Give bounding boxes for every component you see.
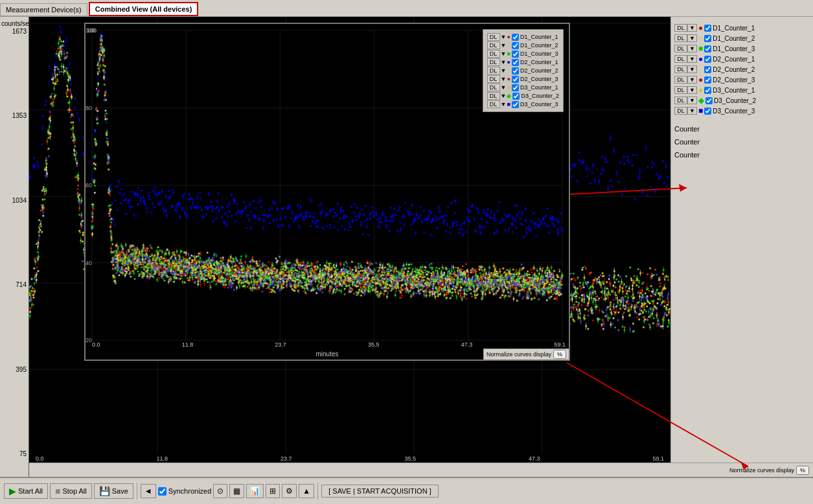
legend-dl-1[interactable]: DL xyxy=(674,34,687,42)
legend-check-1[interactable] xyxy=(704,35,711,42)
legend-check-7[interactable] xyxy=(705,97,713,104)
legend-name-7: D3_Counter_2 xyxy=(714,97,756,104)
normalize-btn[interactable]: % xyxy=(796,466,809,475)
legend-dd-0[interactable]: ▼ xyxy=(687,24,697,32)
legend-check-8[interactable] xyxy=(704,108,711,115)
tab-combined[interactable]: Combined View (All devices) xyxy=(89,2,199,16)
inset-check-2[interactable] xyxy=(512,51,519,58)
legend-row-5: DL ▼ ● D2_Counter_3 xyxy=(674,75,810,84)
inset-legend-row-2: DL ▼ ■ D1_Counter_3 xyxy=(487,50,559,58)
legend-check-5[interactable] xyxy=(704,76,711,84)
legend-dl-6[interactable]: DL xyxy=(674,86,687,94)
save-label: Save xyxy=(112,487,128,495)
tool-btn-1[interactable]: ⊙ xyxy=(213,484,227,498)
legend-dl-2[interactable]: DL xyxy=(674,45,687,52)
save-button[interactable]: 💾 Save xyxy=(94,483,133,499)
toolbar-sep-1 xyxy=(137,483,137,499)
inset-dl-1[interactable]: DL xyxy=(487,41,500,49)
legend-dd-4[interactable]: ▼ xyxy=(687,65,697,73)
legend-dl-5[interactable]: DL xyxy=(674,76,687,84)
legend-row-7: DL ▼ ◆ D3_Counter_2 xyxy=(674,96,810,105)
inset-dl-5[interactable]: DL xyxy=(487,75,500,83)
arrow-left-button[interactable]: ◄ xyxy=(141,484,156,498)
inset-check-0[interactable] xyxy=(512,34,519,41)
inset-legend-row-1: DL ▼ ○ D1_Counter_2 xyxy=(487,41,559,49)
tab-measurement[interactable]: Measurement Device(s) xyxy=(0,3,87,16)
legend-check-4[interactable] xyxy=(704,66,711,73)
legend-dd-7[interactable]: ▼ xyxy=(687,97,697,104)
x-tick-5: 59.1 xyxy=(652,455,664,462)
inset-normalize-btn[interactable]: % xyxy=(553,350,566,359)
synchronized-label[interactable]: Synchronized xyxy=(158,487,212,496)
start-all-button[interactable]: ▶ Start All xyxy=(4,483,48,499)
legend-dd-1[interactable]: ▼ xyxy=(687,34,697,42)
inset-check-7[interactable] xyxy=(512,93,520,100)
inset-normalize-bar: Normalize curves display % xyxy=(483,349,569,360)
settings-icon: ⚙ xyxy=(286,487,293,496)
legend-dl-4[interactable]: DL xyxy=(674,65,687,73)
inset-legend-row-5: DL ▼ ● D2_Counter_3 xyxy=(487,75,559,83)
stop-all-button[interactable]: ■ Stop All xyxy=(50,483,92,499)
inset-dl-7[interactable]: DL xyxy=(487,92,500,100)
tool-btn-5[interactable]: ⚙ xyxy=(282,484,297,498)
legend-dl-0[interactable]: DL xyxy=(674,24,687,32)
inset-dl-6[interactable]: DL xyxy=(487,84,500,91)
legend-dl-7[interactable]: DL xyxy=(674,97,687,104)
x-tick-4: 47.3 xyxy=(529,455,540,462)
inset-check-4[interactable] xyxy=(512,67,519,74)
inset-chart-window: 100 0.0 11.8 23.7 35.5 47.3 59.1 minutes… xyxy=(84,23,570,361)
inset-y-100: 100 xyxy=(87,27,97,34)
start-all-icon: ▶ xyxy=(9,486,16,496)
legend-name-8: D3_Counter_3 xyxy=(713,108,755,115)
legend-check-2[interactable] xyxy=(704,45,711,52)
legend-check-3[interactable] xyxy=(704,56,711,63)
legend-dd-2[interactable]: ▼ xyxy=(687,45,697,52)
tool-btn-6[interactable]: ▲ xyxy=(299,484,314,498)
y-tick-3: 1034 xyxy=(1,197,27,204)
synchronized-check[interactable] xyxy=(158,487,166,496)
toolbar-sep-2 xyxy=(317,483,318,499)
x-tick-0: 0.0 xyxy=(36,455,44,462)
inset-check-1[interactable] xyxy=(512,42,519,49)
inset-x-0: 0.0 xyxy=(92,341,100,348)
save-icon: 💾 xyxy=(99,486,110,496)
legend-name-3: D2_Counter_1 xyxy=(713,56,755,63)
inset-x-1: 11.8 xyxy=(182,341,194,348)
x-tick-1: 11.8 xyxy=(156,455,168,462)
legend-row-4: DL ▼ ○ D2_Counter_2 xyxy=(674,65,810,74)
legend-dl-8[interactable]: DL xyxy=(674,107,687,115)
inset-check-8[interactable] xyxy=(512,101,519,108)
arrow-left-icon: ◄ xyxy=(144,487,152,496)
inset-legend-name-6: D3_Counter_1 xyxy=(520,84,558,91)
y-tick-4: 714 xyxy=(1,281,27,288)
legend-check-0[interactable] xyxy=(704,25,711,32)
inset-dl-3[interactable]: DL xyxy=(487,58,500,66)
inset-legend-row-8: DL ▼ ■ D3_Counter_3 xyxy=(487,100,559,108)
main-page: Measurement Device(s) Combined View (All… xyxy=(0,0,813,504)
inset-dl-0[interactable]: DL xyxy=(487,33,500,41)
tool-btn-2[interactable]: ▦ xyxy=(229,484,244,498)
inset-dl-4[interactable]: DL xyxy=(487,67,500,74)
legend-dd-5[interactable]: ▼ xyxy=(687,76,697,84)
start-all-label: Start All xyxy=(18,487,43,495)
x-tick-3: 35.5 xyxy=(404,455,416,462)
y-tick-5: 395 xyxy=(1,366,27,373)
normalize-bar: Normalize curves display % xyxy=(29,463,813,477)
inset-legend-name-1: D1_Counter_2 xyxy=(520,42,558,49)
y-axis: counts/sec 1673 1353 1034 714 395 75 xyxy=(0,17,29,477)
legend-name-5: D2_Counter_3 xyxy=(713,76,755,84)
tool-btn-3[interactable]: 📊 xyxy=(246,484,264,498)
save-start-button[interactable]: [ SAVE | START ACQUISITION ] xyxy=(321,485,439,498)
legend-dd-6[interactable]: ▼ xyxy=(687,86,697,94)
tool-btn-4[interactable]: ⊞ xyxy=(266,484,280,498)
inset-check-5[interactable] xyxy=(512,76,519,83)
legend-dd-8[interactable]: ▼ xyxy=(687,107,697,115)
inset-dl-2[interactable]: DL xyxy=(487,50,500,58)
legend-dd-3[interactable]: ▼ xyxy=(687,55,697,63)
legend-dl-3[interactable]: DL xyxy=(674,55,687,63)
inset-check-3[interactable] xyxy=(512,59,519,66)
inset-dl-8[interactable]: DL xyxy=(487,100,500,108)
y-tick-1: 1673 xyxy=(1,28,27,35)
inset-check-6[interactable] xyxy=(512,84,519,91)
legend-check-6[interactable] xyxy=(704,87,711,94)
